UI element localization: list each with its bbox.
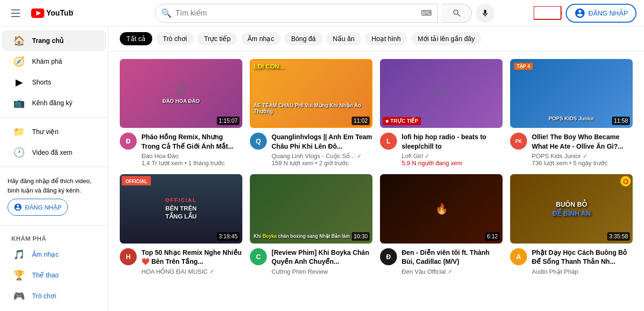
youtube-logo-icon: YouTube VN bbox=[31, 8, 74, 18]
filter-bar: Tất cả Trò chơi Trực tiếp Âm nhạc Bóng đ… bbox=[108, 26, 644, 51]
channel-avatar-v5: H bbox=[120, 248, 137, 265]
channel-name-v1: Đào Hoa Đào bbox=[141, 152, 242, 160]
video-card-v4[interactable]: TẬP 4 11:58 POPS KIDS Junior PK Ollie! T… bbox=[510, 59, 633, 167]
live-dot bbox=[386, 120, 388, 123]
hamburger-button[interactable] bbox=[8, 6, 24, 21]
video-thumbnail-v2: LOI CON... AE TEAM CHAU PHI Vui Mừng Khi… bbox=[250, 59, 372, 128]
video-thumbnail-v7: 🔥 6:12 bbox=[380, 174, 503, 243]
compass-icon: 🧭 bbox=[13, 56, 25, 67]
channel-name-v4: POPS Kids Junior ✓ bbox=[532, 152, 633, 160]
sidebar-divider-3 bbox=[0, 225, 108, 226]
sidebar-label-history: Video đã xem bbox=[32, 149, 72, 156]
sidebar-item-history[interactable]: 🕐 Video đã xem bbox=[2, 142, 106, 163]
filter-chip-all[interactable]: Tất cả bbox=[120, 32, 152, 45]
channel-name-v6: Cường Phim Review bbox=[272, 268, 372, 275]
video-info-v5: H Top 50 Nhạc Remix Nghe Nhiều ❤️ Bên Tr… bbox=[120, 248, 242, 275]
filter-chip-recent[interactable]: Mới tải lên gần đây bbox=[411, 32, 481, 45]
sidebar-item-games[interactable]: 🎮 Trò chơi bbox=[2, 286, 106, 306]
filter-chip-cooking[interactable]: Nấu ăn bbox=[326, 32, 361, 45]
video-title-v5: Top 50 Nhạc Remix Nghe Nhiều ❤️ Bên Trên… bbox=[141, 248, 242, 267]
video-meta-v5: Top 50 Nhạc Remix Nghe Nhiều ❤️ Bên Trên… bbox=[141, 248, 242, 275]
video-card-v1[interactable]: 🎵 ĐÀO HOA ĐÀO 1:15:07 Đ Pháo Hồng Remix,… bbox=[120, 59, 242, 167]
home-icon: 🏠 bbox=[13, 35, 25, 46]
channel-label-v4: POPS Kids Junior bbox=[532, 152, 581, 160]
video-stats-v4: 736 lượt xem • 5 ngày trước bbox=[532, 160, 633, 167]
signin-button[interactable]: ĐĂNG NHẬP bbox=[566, 4, 636, 23]
video-thumbnail-v5: OFFICIAL BÊN TRÊNTẦNG LẦU OFFICIAL 3:18:… bbox=[120, 174, 242, 243]
music-icon: 🎵 bbox=[13, 249, 25, 260]
signin-prompt: Hãy đăng nhập để thích video, bình luận … bbox=[0, 171, 108, 221]
header-left: YouTube VN bbox=[8, 6, 116, 21]
search-bar: 🔍 ⌨ bbox=[155, 4, 438, 23]
sidebar-label-shorts: Shorts bbox=[32, 78, 51, 86]
search-button[interactable] bbox=[442, 4, 472, 23]
search-icon: 🔍 bbox=[161, 8, 172, 18]
video-meta-v6: [Review Phim] Khi Boyka Chán Quyền Anh C… bbox=[272, 248, 372, 275]
channel-name-v5: HOA HỒNG ĐAI MUSIC ✓ bbox=[141, 268, 242, 275]
live-badge-v3: TRỰC TIẾP bbox=[383, 117, 421, 125]
header-right: ĐĂNG NHẬP bbox=[534, 4, 636, 23]
channel-avatar-v7: Đ bbox=[380, 248, 397, 265]
videos-grid: 🎵 ĐÀO HOA ĐÀO 1:15:07 Đ Pháo Hồng Remix,… bbox=[108, 51, 644, 283]
sidebar-item-music[interactable]: 🎵 Âm nhạc bbox=[2, 244, 106, 265]
sidebar-label-subscriptions: Kênh đăng ký bbox=[32, 99, 73, 107]
sidebar-item-subscriptions[interactable]: 📺 Kênh đăng ký bbox=[2, 92, 106, 113]
sidebar-label-explore: Khám phá bbox=[32, 58, 62, 65]
search-input[interactable] bbox=[175, 9, 421, 17]
signin-prompt-button[interactable]: ĐĂNG NHẬP bbox=[8, 199, 68, 216]
video-card-v2[interactable]: LOI CON... AE TEAM CHAU PHI Vui Mừng Khi… bbox=[250, 59, 372, 167]
svg-rect-4 bbox=[534, 6, 561, 19]
channel-avatar-v6: C bbox=[250, 248, 267, 265]
channel-label-v1: Đào Hoa Đào bbox=[141, 152, 179, 160]
header-center: 🔍 ⌨ bbox=[155, 4, 495, 23]
filter-chip-games[interactable]: Trò chơi bbox=[156, 32, 193, 45]
filter-chip-football[interactable]: Bóng đá bbox=[284, 32, 322, 45]
filter-chip-live[interactable]: Trực tiếp bbox=[198, 32, 237, 45]
mic-button[interactable] bbox=[476, 4, 495, 23]
video-card-v5[interactable]: OFFICIAL BÊN TRÊNTẦNG LẦU OFFICIAL 3:18:… bbox=[120, 174, 242, 275]
video-info-v3: L lofi hip hop radio - beats to sleep/ch… bbox=[380, 133, 503, 167]
main-content: 🏠 Trang chủ 🧭 Khám phá ▶ Shorts 📺 Kênh đ… bbox=[0, 26, 644, 311]
sidebar-divider-1 bbox=[0, 117, 108, 118]
video-card-v8[interactable]: BUÔN BỎĐỂ BÌNH AN ⭕ 3:35:58 A Phật Dạy H… bbox=[510, 174, 633, 275]
video-thumbnail-v6: Khi Boyka chán boxing sang Nhật Bản làm … bbox=[250, 174, 372, 243]
sidebar-item-home[interactable]: 🏠 Trang chủ bbox=[2, 30, 106, 51]
arrow-indicator bbox=[534, 6, 562, 20]
video-meta-v7: Đen - Diễn viên tôi ft. Thành Bùi, Cadil… bbox=[402, 248, 503, 275]
sidebar-item-shorts[interactable]: ▶ Shorts bbox=[2, 72, 106, 92]
keyboard-icon[interactable]: ⌨ bbox=[421, 8, 432, 17]
games-icon: 🎮 bbox=[13, 290, 25, 302]
explore-section-title: KHÁM PHÁ bbox=[0, 229, 108, 244]
video-info-v4: PK Ollie! The Boy Who Became What He Ate… bbox=[510, 133, 633, 167]
svg-text:VN: VN bbox=[71, 8, 74, 13]
youtube-logo[interactable]: YouTube VN bbox=[31, 8, 74, 18]
sidebar-item-news[interactable]: 📰 Tin tức bbox=[2, 306, 106, 311]
signin-prompt-label: ĐĂNG NHẬP bbox=[25, 204, 62, 211]
video-card-v6[interactable]: Khi Boyka chán boxing sang Nhật Bản làm … bbox=[250, 174, 372, 275]
sidebar-item-library[interactable]: 📁 Thư viện bbox=[2, 121, 106, 142]
verified-check-v5: ✓ bbox=[210, 268, 215, 275]
channel-name-v3: Lofi Girl ✓ bbox=[402, 152, 503, 160]
filter-chip-animation[interactable]: Hoạt hình bbox=[365, 32, 407, 45]
channel-label-v2: Quang Linh Vlogs - Cuộc Số... bbox=[272, 152, 355, 160]
library-icon: 📁 bbox=[13, 126, 25, 137]
sidebar-label-library: Thư viện bbox=[32, 128, 58, 135]
official-badge: OFFICIAL bbox=[122, 176, 151, 185]
video-meta-v3: lofi hip hop radio - beats to sleep/chil… bbox=[402, 133, 503, 167]
video-meta-v1: Pháo Hồng Remix, Nhưng Trong Cả Thế Giới… bbox=[141, 133, 242, 167]
content-area: Tất cả Trò chơi Trực tiếp Âm nhạc Bóng đ… bbox=[108, 26, 644, 311]
video-card-v3[interactable]: 🎶 TRỰC TIẾP L lofi hip hop radio - beats… bbox=[380, 59, 503, 167]
sidebar-item-explore[interactable]: 🧭 Khám phá bbox=[2, 51, 106, 72]
header: YouTube VN 🔍 ⌨ ĐĂ bbox=[0, 0, 644, 26]
video-title-v3: lofi hip hop radio - beats to sleep/chil… bbox=[402, 133, 503, 151]
video-title-v8: Phật Dạy Học Cách Buông Bỏ Để Sống Thanh… bbox=[532, 248, 633, 267]
video-stats-v2: 159 N lượt xem • 2 giờ trước bbox=[272, 160, 372, 167]
video-info-v7: Đ Đen - Diễn viên tôi ft. Thành Bùi, Cad… bbox=[380, 248, 503, 275]
video-info-v2: Q Quanglinhvlogs || Anh Em Team Châu Phi… bbox=[250, 133, 372, 167]
video-card-v7[interactable]: 🔥 6:12 Đ Đen - Diễn viên tôi ft. Thành B… bbox=[380, 174, 503, 275]
filter-chip-music[interactable]: Âm nhạc bbox=[241, 32, 281, 45]
sidebar-item-sports[interactable]: 🏆 Thể thao bbox=[2, 265, 106, 286]
video-title-v4: Ollie! The Boy Who Became What He Ate - … bbox=[532, 133, 633, 151]
video-thumbnail-v1: 🎵 ĐÀO HOA ĐÀO 1:15:07 bbox=[120, 59, 242, 128]
video-info-v8: A Phật Dạy Học Cách Buông Bỏ Để Sống Tha… bbox=[510, 248, 633, 275]
